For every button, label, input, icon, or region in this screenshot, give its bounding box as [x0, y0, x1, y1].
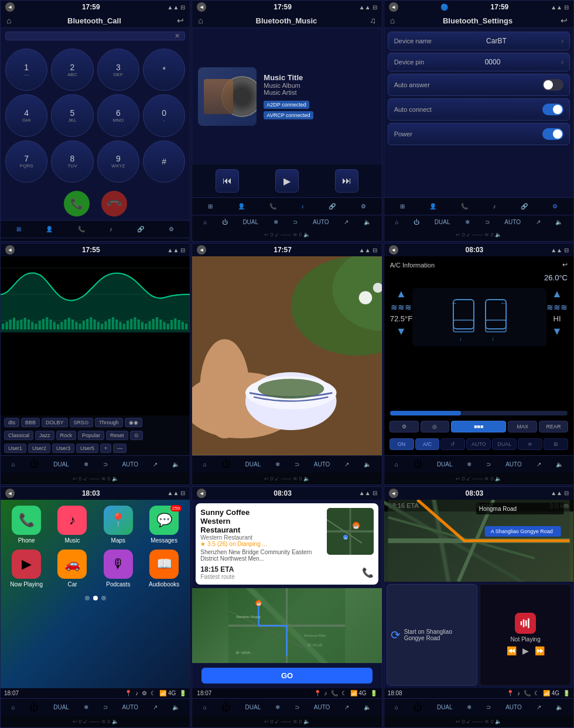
search-x-icon[interactable]: ✕ — [175, 32, 180, 40]
ctrl-snow-2[interactable]: ❄ — [274, 219, 278, 225]
app-maps[interactable]: 📍 Maps — [98, 506, 138, 544]
app-car[interactable]: 🚗 Car — [52, 550, 92, 588]
ctrl-power-7[interactable]: ⏻ — [29, 702, 39, 713]
ctrl-dual-3[interactable]: DUAL — [435, 219, 450, 225]
back-button-9[interactable]: ◄ — [389, 489, 398, 498]
dial-7[interactable]: 7PQRS — [5, 140, 47, 183]
ctrl-vol-6[interactable]: 🔈 — [556, 461, 563, 468]
nav-phone-2[interactable]: 📞 — [269, 203, 276, 210]
app-messages[interactable]: 💬 259 Messages — [144, 506, 184, 544]
back-button-1[interactable]: ◄ — [5, 2, 15, 12]
ctrl-auto-5[interactable]: AUTO — [314, 461, 330, 468]
dial-5[interactable]: 5JKL — [51, 94, 93, 136]
eq-rock[interactable]: Rock — [56, 431, 77, 440]
ctrl-arr-3[interactable]: ↗ — [536, 219, 541, 225]
nav-settings-2[interactable]: ⚙ — [361, 203, 366, 210]
app-phone[interactable]: 📞 Phone — [6, 506, 46, 544]
dial-9[interactable]: 9WXYZ — [97, 140, 139, 183]
nav-home-6[interactable]: ⌂ — [395, 461, 398, 468]
dial-0[interactable]: 0- — [143, 94, 185, 136]
ctrl-auto-9[interactable]: AUTO — [505, 704, 522, 710]
ctrl-arr-1[interactable]: ↗ — [152, 242, 157, 242]
ctrl-dual-9[interactable]: DUAL — [437, 704, 453, 710]
ctrl-snow-3[interactable]: ❄ — [465, 219, 470, 225]
ctrl-auto-3[interactable]: AUTO — [504, 219, 521, 225]
ac-down-right[interactable]: ▼ — [552, 325, 562, 338]
ac-rear-btn[interactable]: REAR — [539, 421, 568, 432]
ctrl-power-8[interactable]: ⏻ — [221, 702, 231, 713]
ac-up-left[interactable]: ▲ — [396, 288, 406, 300]
ctrl-car-1[interactable]: ⊃ — [101, 242, 106, 242]
eq-toggle[interactable]: ⊙ — [130, 431, 143, 440]
eq-circle[interactable]: ◉◉ — [125, 418, 142, 427]
ctrl-arr-7[interactable]: ↗ — [153, 704, 158, 710]
auto-answer-toggle[interactable] — [542, 79, 563, 91]
eq-user1[interactable]: User1 — [4, 444, 26, 453]
search-bar-1[interactable]: ✕ — [5, 32, 185, 40]
eq-reset[interactable]: Reset — [106, 431, 128, 440]
setting-device-pin[interactable]: Device pin 0000 › — [388, 53, 570, 71]
ac-grid-btn[interactable]: ⊞ — [544, 438, 568, 450]
nav-settings-1[interactable]: ⚙ — [169, 226, 174, 232]
home-icon-3[interactable]: ⌂ — [390, 16, 395, 25]
ctrl-car-2[interactable]: ⊃ — [293, 219, 298, 225]
eq-classical[interactable]: Classical — [4, 431, 33, 440]
eq-bbb[interactable]: BBB — [21, 418, 40, 427]
ctrl-power-2[interactable]: ⏻ — [222, 219, 228, 225]
ctrl-dual-5[interactable]: DUAL — [245, 461, 261, 468]
nav-phone-1[interactable]: 📞 — [78, 226, 85, 232]
ac-auto-btn[interactable]: AUTO — [466, 438, 491, 450]
eq-dolby[interactable]: DOLBY — [42, 418, 68, 427]
back-icon-3[interactable]: ↩ — [561, 16, 568, 25]
back-button-4[interactable]: ◄ — [5, 245, 15, 255]
nav-home-9[interactable]: ⌂ — [395, 704, 398, 710]
back-icon-1[interactable]: ↩ — [177, 16, 184, 25]
back-button-7[interactable]: ◄ — [5, 489, 15, 498]
ctrl-arr-6[interactable]: ↗ — [537, 461, 541, 468]
ctrl-dual-2[interactable]: DUAL — [242, 219, 258, 225]
nav-home-5[interactable]: ⌂ — [203, 461, 207, 468]
ac-fan-btn[interactable]: ◎ — [421, 421, 450, 432]
ctrl-dual-1[interactable]: DUAL — [51, 242, 67, 242]
auto-connect-toggle[interactable] — [542, 104, 563, 115]
eq-user2[interactable]: User2 — [28, 444, 50, 453]
ctrl-car-9[interactable]: ⊃ — [486, 704, 491, 710]
fast-forward-button[interactable]: ⏩ — [535, 646, 545, 655]
ctrl-vol-5[interactable]: 🔈 — [364, 461, 371, 468]
eq-user3[interactable]: User3 — [52, 444, 74, 453]
ctrl-car-4[interactable]: ⊃ — [103, 461, 108, 468]
phone-call-icon[interactable]: 📞 — [362, 567, 374, 578]
setting-auto-answer[interactable]: Auto answer — [388, 74, 570, 96]
ctrl-auto-2[interactable]: AUTO — [313, 219, 329, 225]
dial-3[interactable]: 3DEF — [97, 49, 139, 91]
ctrl-car-7[interactable]: ⊃ — [103, 704, 108, 710]
power-toggle[interactable] — [542, 128, 563, 140]
nav-settings-3[interactable]: ⚙ — [552, 203, 558, 210]
ctrl-auto-8[interactable]: AUTO — [314, 704, 330, 710]
ctrl-dual-8[interactable]: DUAL — [245, 704, 261, 710]
eq-remove[interactable]: — — [113, 444, 127, 453]
back-button-6[interactable]: ◄ — [389, 245, 398, 255]
ctrl-snow-9[interactable]: ❄ — [467, 704, 472, 710]
ctrl-home-2[interactable]: ⌂ — [203, 219, 207, 225]
dial-8[interactable]: 8TUV — [51, 140, 93, 183]
ctrl-car-6[interactable]: ⊃ — [486, 461, 491, 468]
ac-gear-btn[interactable]: ⚙ — [390, 421, 419, 432]
ctrl-arr-4[interactable]: ↗ — [153, 461, 158, 468]
rewind-button[interactable]: ⏪ — [507, 646, 517, 655]
dial-6[interactable]: 6MNO — [97, 94, 139, 136]
ctrl-snow-5[interactable]: ❄ — [275, 461, 280, 468]
ac-max-btn[interactable]: MAX — [508, 421, 537, 432]
setting-power[interactable]: Power — [388, 123, 570, 145]
nav-music-2[interactable]: ♪ — [301, 203, 304, 210]
ac-recirculate-btn[interactable]: ↺ — [440, 438, 465, 450]
home-icon-1[interactable]: ⌂ — [6, 16, 11, 25]
setting-device-name[interactable]: Device name CarBT › — [388, 32, 570, 50]
home-icon-2[interactable]: ⌂ — [198, 16, 203, 25]
ctrl-car-3[interactable]: ⊃ — [485, 219, 490, 225]
ctrl-car-8[interactable]: ⊃ — [295, 704, 299, 710]
eq-srs[interactable]: SRS⊙ — [70, 418, 94, 427]
eq-add[interactable]: + — [100, 444, 111, 453]
back-button-3[interactable]: ◄ — [389, 2, 398, 12]
nav-person-1[interactable]: 👤 — [46, 226, 53, 232]
